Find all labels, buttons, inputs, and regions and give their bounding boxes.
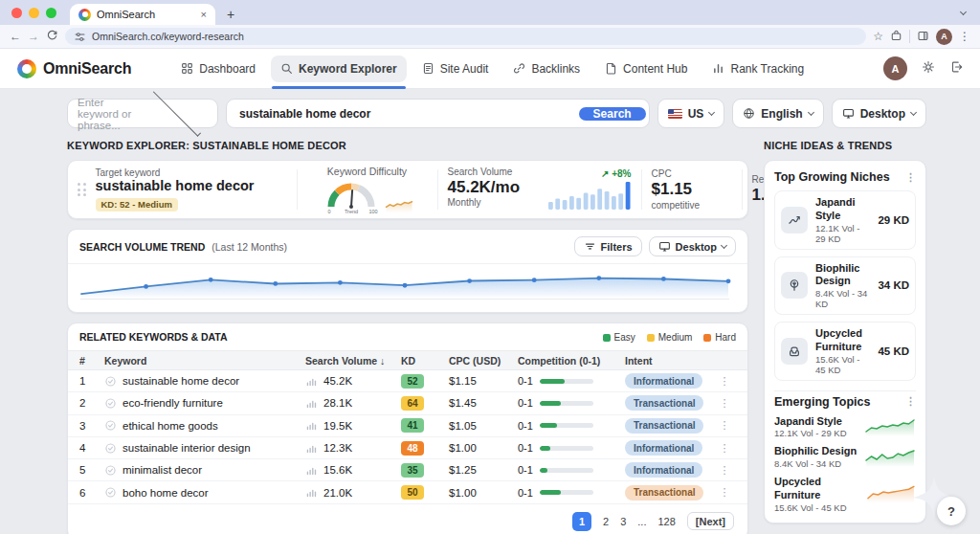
check-circle-icon — [104, 442, 117, 455]
column-header-2[interactable]: Search Volume ↓ — [305, 355, 401, 367]
page-button[interactable]: 3 — [620, 516, 626, 527]
keyword-cell: minimalist decor — [104, 464, 305, 477]
column-header-5[interactable]: Competition (0-1) — [518, 355, 625, 367]
emerging-topics-menu-kebab-icon[interactable]: ⋮ — [905, 395, 916, 408]
niche-name: Biophilic Design — [815, 262, 870, 289]
browser-profile-avatar[interactable]: A — [936, 29, 952, 45]
competition-cell: 0-1 — [518, 375, 625, 387]
settings-gear-icon[interactable] — [922, 60, 935, 78]
keyword-input-group: Search — [226, 99, 650, 128]
competition-bar-track — [540, 468, 593, 473]
language-select[interactable]: English — [732, 99, 823, 128]
armchair-icon — [788, 345, 801, 358]
trend-title: SEARCH VOLUME TREND — [79, 241, 205, 253]
table-row[interactable]: 2eco-friendly furniture28.1K64$1.450-1Tr… — [68, 392, 747, 414]
svg-text:Trend: Trend — [345, 209, 358, 214]
volume-value: 28.1K — [323, 397, 352, 409]
us-flag-icon — [668, 109, 682, 119]
device-select[interactable]: Desktop — [832, 99, 926, 128]
top-niches-menu-kebab-icon[interactable]: ⋮ — [905, 171, 916, 184]
kd-cell: 52 — [401, 374, 449, 389]
competition-bar-track — [540, 423, 593, 428]
user-avatar[interactable]: A — [883, 56, 907, 80]
side-panel-icon[interactable] — [917, 30, 929, 44]
table-row[interactable]: 6boho home decor21.0K50$1.000-1Transacti… — [68, 481, 747, 503]
tab-close-icon[interactable]: × — [201, 9, 207, 20]
keyword-scope-placeholder: Enter keyword or phrase... — [78, 97, 140, 131]
extensions-icon[interactable] — [890, 30, 902, 44]
page-button[interactable]: 128 — [657, 516, 675, 527]
cpc-cell: $1.15 — [449, 375, 518, 387]
drag-handle-icon[interactable] — [78, 183, 86, 196]
grid-icon — [181, 62, 193, 75]
column-header-0[interactable]: # — [79, 355, 104, 367]
trend-device-select[interactable]: Desktop — [649, 236, 736, 256]
intent-cell: Transactional — [625, 418, 713, 434]
nav-item-rank-tracking[interactable]: Rank Tracking — [702, 56, 813, 82]
address-bar[interactable]: OmniSearch.co/keyword-research — [65, 28, 866, 45]
forward-icon[interactable]: → — [28, 31, 39, 42]
tab-search-chevron-icon[interactable] — [955, 5, 970, 20]
niche-item[interactable]: Biophilic Design8.4K Vol - 34 KD34 KD — [774, 256, 916, 316]
row-menu-kebab-icon[interactable]: ⋮ — [713, 419, 736, 432]
niche-item[interactable]: Upcycled Furniture15.6K Vol - 45 KD45 KD — [774, 322, 916, 381]
app-logo[interactable]: OmniSearch — [17, 59, 131, 78]
keyword-cell: sustainable interior design — [104, 442, 305, 455]
nav-item-label: Rank Tracking — [730, 62, 804, 76]
keyword-scope-select[interactable]: Enter keyword or phrase... — [67, 99, 218, 128]
row-menu-kebab-icon[interactable]: ⋮ — [713, 397, 736, 410]
keyword-search-input[interactable] — [237, 106, 576, 122]
row-menu-kebab-icon[interactable]: ⋮ — [713, 442, 736, 455]
row-menu-kebab-icon[interactable]: ⋮ — [713, 464, 736, 477]
browser-tab[interactable]: OmniSearch × — [70, 4, 215, 25]
table-row[interactable]: 3ethical home goods19.5K41$1.050-1Transa… — [68, 415, 747, 437]
window-controls[interactable] — [11, 8, 56, 18]
page-button-active[interactable]: 1 — [572, 512, 591, 531]
niche-item[interactable]: Japandi Style12.1K Vol - 29 KD29 KD — [774, 190, 916, 250]
page-icon — [605, 62, 617, 75]
competition-cell: 0-1 — [518, 397, 625, 409]
table-row[interactable]: 1sustainable home decor45.2K52$1.150-1In… — [68, 370, 747, 392]
volume-cell: 19.5K — [305, 419, 401, 432]
intent-cell: Informational — [625, 440, 713, 456]
table-row[interactable]: 5minimalist decor15.6K35$1.250-1Informat… — [68, 459, 747, 481]
intent-badge: Transactional — [625, 395, 703, 411]
nav-item-keyword-explorer[interactable]: Keyword Explorer — [271, 56, 407, 82]
volume-cell: 28.1K — [305, 397, 401, 410]
main-column: KEYWORD EXPLORER: SUSTAINABLE HOME DECOR… — [67, 138, 748, 534]
page-button[interactable]: 2 — [603, 516, 609, 527]
niche-text: Japandi Style12.1K Vol - 29 KD — [815, 196, 870, 244]
column-header-6[interactable]: Intent — [625, 355, 713, 367]
help-button[interactable]: ? — [937, 497, 966, 525]
nav-item-dashboard[interactable]: Dashboard — [171, 56, 265, 82]
nav-item-site-audit[interactable]: Site Audit — [412, 56, 499, 82]
row-menu-kebab-icon[interactable]: ⋮ — [713, 486, 736, 499]
maximize-window-button[interactable] — [46, 8, 56, 18]
browser-menu-kebab-icon[interactable]: ⋮ — [959, 31, 970, 42]
nav-item-content-hub[interactable]: Content Hub — [595, 56, 697, 82]
reload-icon[interactable] — [46, 30, 58, 44]
new-tab-button[interactable]: + — [227, 8, 234, 21]
minimize-window-button[interactable] — [29, 8, 39, 18]
kd-cell: 35 — [401, 463, 449, 478]
back-icon[interactable]: ← — [10, 31, 21, 42]
country-select[interactable]: US — [657, 99, 725, 128]
filter-icon — [584, 240, 596, 253]
omnisearch-logo-icon — [17, 59, 36, 78]
column-header-3[interactable]: KD — [401, 355, 449, 367]
close-window-button[interactable] — [11, 8, 22, 18]
filters-button[interactable]: Filters — [574, 236, 642, 256]
column-header-4[interactable]: CPC (USD) — [449, 355, 518, 367]
next-page-button[interactable]: [Next] — [687, 512, 734, 530]
bookmark-star-icon[interactable]: ☆ — [873, 31, 883, 42]
search-button[interactable]: Search — [579, 107, 646, 121]
site-settings-icon[interactable] — [74, 31, 86, 43]
nav-item-backlinks[interactable]: Backlinks — [503, 56, 590, 82]
logout-icon[interactable] — [949, 60, 963, 78]
row-menu-kebab-icon[interactable]: ⋮ — [713, 375, 736, 388]
column-header-1[interactable]: Keyword — [104, 355, 305, 367]
intent-badge: Informational — [625, 462, 702, 478]
difficulty-label: Keyword Difficulty — [307, 166, 428, 177]
pagination: 123...128[Next] — [68, 504, 747, 534]
table-row[interactable]: 4sustainable interior design12.3K48$1.00… — [68, 437, 747, 459]
